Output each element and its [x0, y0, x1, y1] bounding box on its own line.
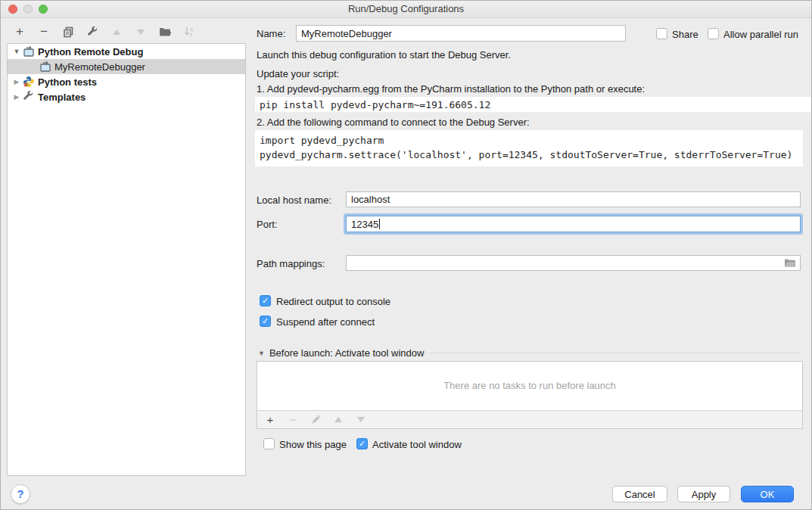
- suspend-after-connect-label: Suspend after connect: [276, 316, 375, 328]
- tree-item-templates[interactable]: ▶ Templates: [8, 89, 245, 104]
- name-input[interactable]: MyRemoteDebugger: [296, 25, 626, 42]
- move-task-down-icon[interactable]: [354, 413, 368, 427]
- share-checkbox[interactable]: [656, 28, 667, 39]
- name-value: MyRemoteDebugger: [301, 28, 392, 39]
- allow-parallel-run-checkbox[interactable]: [708, 28, 719, 39]
- cancel-button[interactable]: Cancel: [612, 486, 667, 502]
- title-bar: Run/Debug Configurations: [1, 1, 811, 18]
- tree-item-label: MyRemoteDebugger: [54, 61, 145, 73]
- pip-install-code: pip install pydevd-pycharm~=191.6605.12: [255, 97, 812, 112]
- show-this-page-checkbox[interactable]: [263, 438, 275, 449]
- share-label: Share: [672, 29, 698, 40]
- code-line-2: pydevd_pycharm.settrace('localhost', por…: [260, 149, 792, 160]
- apply-button[interactable]: Apply: [677, 486, 730, 502]
- port-label: Port:: [257, 219, 277, 230]
- run-config-icon: [39, 61, 51, 73]
- tree-item-python-remote-debug[interactable]: ▼ Python Remote Debug: [8, 44, 245, 59]
- port-input[interactable]: 12345: [346, 216, 801, 232]
- move-task-up-icon[interactable]: [331, 413, 345, 427]
- local-host-name-label: Local host name:: [257, 194, 331, 206]
- svg-text:z: z: [190, 32, 193, 37]
- local-host-name-input[interactable]: localhost: [346, 191, 801, 207]
- tree-item-label: Templates: [38, 92, 86, 103]
- section-divider: [430, 353, 799, 353]
- chevron-expanded-icon[interactable]: ▼: [258, 350, 265, 357]
- browse-folder-icon[interactable]: [784, 258, 796, 268]
- edit-defaults-icon[interactable]: [86, 25, 99, 39]
- description-line-2: Update your script:: [257, 68, 339, 79]
- help-button[interactable]: ?: [11, 484, 30, 504]
- configurations-toolbar: + − az: [13, 23, 196, 40]
- svg-text:a: a: [190, 26, 193, 32]
- text-cursor: [379, 219, 380, 229]
- remove-task-icon[interactable]: −: [286, 413, 300, 427]
- task-list-toolbar: + −: [257, 410, 802, 428]
- redirect-output-checkbox[interactable]: ✓: [260, 295, 271, 306]
- description-line-1: Launch this debug configuration to start…: [257, 49, 511, 61]
- run-config-icon: [23, 45, 35, 58]
- add-task-icon[interactable]: +: [263, 413, 277, 427]
- redirect-output-label: Redirect output to console: [276, 296, 390, 307]
- before-launch-header[interactable]: ▼ Before launch: Activate tool window: [258, 347, 799, 359]
- name-label: Name:: [257, 28, 285, 39]
- move-down-icon[interactable]: [134, 25, 148, 39]
- move-up-icon[interactable]: [110, 25, 123, 39]
- empty-tasks-message: There are no tasks to run before launch: [257, 380, 802, 391]
- allow-parallel-run-label: Allow parallel run: [723, 29, 798, 40]
- edit-task-icon[interactable]: [309, 413, 322, 427]
- templates-wrench-icon: [23, 91, 35, 103]
- before-launch-task-list[interactable]: There are no tasks to run before launch …: [257, 361, 803, 429]
- ok-button[interactable]: OK: [741, 486, 794, 502]
- chevron-collapsed-icon[interactable]: ▶: [12, 78, 21, 86]
- description-step-2: 2. Add the following command to connect …: [257, 117, 530, 128]
- tree-item-python-tests[interactable]: ▶ Python tests: [8, 74, 245, 89]
- code-line-1: import pydevd_pycharm: [260, 135, 384, 146]
- settrace-code-block: import pydevd_pycharmpydevd_pycharm.sett…: [255, 130, 803, 166]
- path-mappings-input[interactable]: [346, 255, 801, 271]
- activate-tool-window-checkbox[interactable]: ✓: [356, 438, 368, 449]
- path-mappings-label: Path mappings:: [257, 258, 325, 269]
- new-folder-icon[interactable]: [158, 25, 172, 39]
- window-title: Run/Debug Configurations: [1, 3, 811, 14]
- tree-item-label: Python Remote Debug: [38, 46, 143, 58]
- configurations-tree: ▼ Python Remote Debug MyRemoteDebugger ▶…: [7, 43, 246, 476]
- sort-configurations-icon[interactable]: az: [182, 25, 196, 39]
- run-debug-configurations-dialog: Run/Debug Configurations + − az ▼ Python…: [0, 0, 812, 510]
- activate-tool-window-label: Activate tool window: [372, 439, 462, 450]
- tree-item-myremotedebugger[interactable]: MyRemoteDebugger: [8, 59, 245, 74]
- tree-item-label: Python tests: [38, 76, 97, 88]
- show-this-page-label: Show this page: [279, 439, 347, 450]
- remove-configuration-icon[interactable]: −: [37, 25, 51, 39]
- copy-configuration-icon[interactable]: [61, 25, 75, 39]
- local-host-name-value: localhost: [351, 194, 390, 205]
- before-launch-title: Before launch: Activate tool window: [269, 347, 425, 359]
- port-value: 12345: [351, 219, 378, 230]
- chevron-collapsed-icon[interactable]: ▶: [12, 93, 21, 101]
- add-configuration-icon[interactable]: +: [13, 25, 26, 39]
- suspend-after-connect-checkbox[interactable]: ✓: [260, 316, 271, 327]
- description-step-1: 1. Add pydevd-pycharm.egg from the PyCha…: [257, 83, 645, 95]
- python-tests-icon: [23, 76, 35, 88]
- chevron-expanded-icon[interactable]: ▼: [12, 48, 21, 55]
